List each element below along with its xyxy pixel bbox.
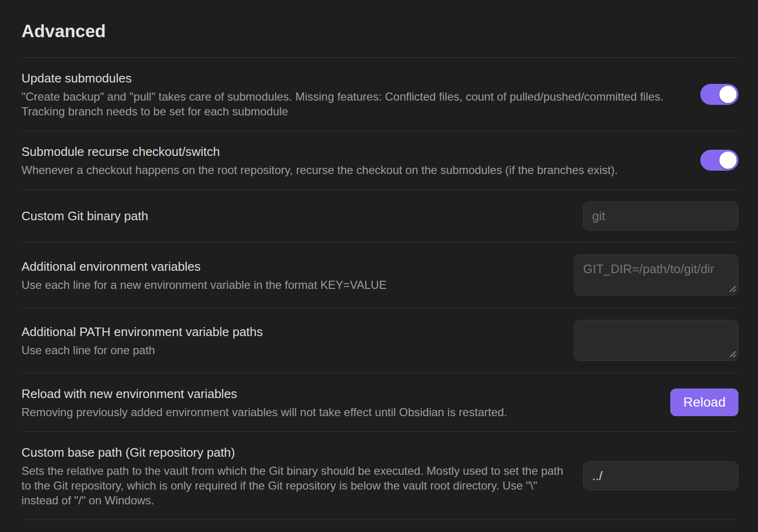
setting-description: Removing previously added environment va… bbox=[21, 405, 653, 419]
setting-row-env-variables: Additional environment variables Use eac… bbox=[21, 242, 738, 307]
setting-control bbox=[700, 150, 738, 171]
setting-control bbox=[583, 202, 738, 230]
setting-info: Custom Git binary path bbox=[21, 207, 566, 225]
setting-description: Use each line for one path bbox=[21, 343, 557, 358]
setting-name: Additional environment variables bbox=[21, 258, 557, 275]
setting-info: Reload with new environment variables Re… bbox=[21, 385, 653, 419]
custom-base-path-input[interactable] bbox=[583, 461, 738, 490]
setting-name: Submodule recurse checkout/switch bbox=[21, 143, 683, 160]
env-variables-textarea[interactable] bbox=[574, 255, 738, 296]
setting-info: Additional environment variables Use eac… bbox=[21, 258, 557, 292]
settings-list: Update submodules "Create backup" and "p… bbox=[21, 57, 738, 520]
reload-button[interactable]: Reload bbox=[670, 389, 738, 416]
path-env-paths-textarea[interactable] bbox=[574, 320, 738, 361]
setting-control bbox=[574, 255, 738, 296]
setting-info: Custom base path (Git repository path) S… bbox=[21, 444, 566, 508]
setting-info: Update submodules "Create backup" and "p… bbox=[21, 70, 683, 119]
toggle-knob-icon bbox=[719, 152, 737, 169]
setting-description: Whenever a checkout happens on the root … bbox=[21, 163, 683, 177]
setting-row-update-submodules: Update submodules "Create backup" and "p… bbox=[21, 57, 738, 131]
setting-info: Submodule recurse checkout/switch Whenev… bbox=[21, 143, 683, 177]
setting-name: Custom base path (Git repository path) bbox=[21, 444, 566, 461]
setting-control bbox=[700, 84, 738, 105]
setting-row-git-binary-path: Custom Git binary path bbox=[21, 189, 738, 242]
git-binary-path-input[interactable] bbox=[583, 202, 738, 230]
setting-name: Reload with new environment variables bbox=[21, 385, 653, 402]
setting-row-path-env-paths: Additional PATH environment variable pat… bbox=[21, 307, 738, 373]
setting-row-reload-env: Reload with new environment variables Re… bbox=[21, 373, 738, 431]
setting-control bbox=[583, 461, 738, 490]
setting-control bbox=[574, 320, 738, 361]
setting-control: Reload bbox=[670, 389, 738, 416]
setting-row-custom-base-path: Custom base path (Git repository path) S… bbox=[21, 431, 738, 520]
setting-description: "Create backup" and "pull" takes care of… bbox=[21, 89, 683, 119]
setting-name: Update submodules bbox=[21, 70, 683, 87]
page-title: Advanced bbox=[21, 0, 738, 43]
setting-row-submodule-recurse: Submodule recurse checkout/switch Whenev… bbox=[21, 131, 738, 189]
textarea-wrap bbox=[574, 255, 738, 296]
setting-description: Use each line for a new environment vari… bbox=[21, 277, 557, 292]
update-submodules-toggle[interactable] bbox=[700, 84, 738, 105]
settings-page: Advanced Update submodules "Create backu… bbox=[0, 0, 758, 520]
setting-info: Additional PATH environment variable pat… bbox=[21, 323, 557, 358]
submodule-recurse-toggle[interactable] bbox=[700, 150, 738, 171]
setting-description: Sets the relative path to the vault from… bbox=[21, 463, 566, 508]
textarea-wrap bbox=[574, 320, 738, 361]
setting-name: Custom Git binary path bbox=[21, 207, 566, 225]
setting-name: Additional PATH environment variable pat… bbox=[21, 323, 557, 340]
toggle-knob-icon bbox=[719, 86, 737, 103]
